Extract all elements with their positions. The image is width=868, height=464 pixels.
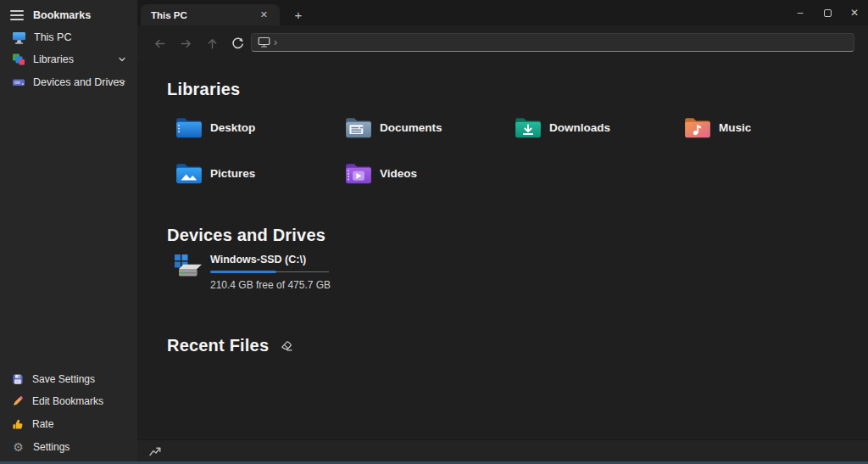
libraries-section-title: Libraries <box>167 80 240 99</box>
maximize-button[interactable] <box>814 0 841 25</box>
libraries-icon <box>12 53 25 66</box>
library-item-music[interactable]: Music <box>683 110 841 144</box>
chevron-down-icon <box>118 78 126 87</box>
tab-this-pc[interactable]: This PC ✕ <box>141 4 280 25</box>
sidebar-item-label: This PC <box>34 31 71 43</box>
eraser-icon <box>280 339 293 352</box>
drive-icon <box>12 75 25 89</box>
sidebar-item-libraries[interactable]: Libraries <box>0 48 137 70</box>
floppy-disk-icon <box>12 373 24 385</box>
library-item-label: Documents <box>380 121 442 134</box>
sidebar-item-this-pc[interactable]: This PC <box>0 26 137 48</box>
system-drive-icon <box>172 252 204 280</box>
drive-usage-bar <box>210 271 329 273</box>
tab-close-icon[interactable]: ✕ <box>257 8 271 21</box>
sidebar-item-label: Settings <box>33 441 70 453</box>
videos-folder-icon <box>344 161 373 185</box>
sidebar-item-label: Libraries <box>33 53 74 65</box>
desktop-folder-icon <box>175 115 203 139</box>
refresh-icon <box>231 36 245 51</box>
library-item-label: Pictures <box>210 167 255 180</box>
sidebar-item-edit-bookmarks[interactable]: Edit Bookmarks <box>0 390 137 412</box>
address-bar[interactable]: › <box>251 33 854 52</box>
sidebar-item-rate[interactable]: Rate <box>0 413 137 435</box>
maximize-icon <box>824 9 832 17</box>
sidebar-item-devices-and-drives[interactable]: Devices and Drives <box>0 71 137 93</box>
gear-icon: ⚙ <box>12 441 25 453</box>
tab-label: This PC <box>151 10 257 20</box>
drive-usage-fill <box>210 271 276 273</box>
library-item-label: Music <box>719 121 751 134</box>
sidebar-item-save-settings[interactable]: Save Settings <box>0 368 137 390</box>
pictures-folder-icon <box>175 161 203 185</box>
downloads-folder-icon <box>514 115 542 139</box>
library-item-documents[interactable]: Documents <box>344 110 502 144</box>
sidebar: Bookmarks This PC Libraries Devices and … <box>0 0 137 464</box>
sidebar-item-settings[interactable]: ⚙ Settings <box>0 436 137 458</box>
drive-info: Windows-SSD (C:\) 210.4 GB free of 475.7… <box>210 252 331 291</box>
music-folder-icon <box>683 115 712 139</box>
breadcrumb-chevron: › <box>274 37 277 48</box>
hamburger-menu-icon[interactable] <box>10 10 24 20</box>
sidebar-item-label: Save Settings <box>32 373 95 385</box>
library-item-pictures[interactable]: Pictures <box>175 156 332 190</box>
sidebar-item-label: Edit Bookmarks <box>32 395 103 407</box>
up-button[interactable] <box>201 32 223 54</box>
sidebar-title: Bookmarks <box>33 9 91 21</box>
trending-up-icon <box>148 445 162 457</box>
library-item-label: Desktop <box>210 121 255 134</box>
new-tab-button[interactable]: + <box>288 5 309 24</box>
this-pc-breadcrumb-icon <box>258 36 270 48</box>
library-item-label: Downloads <box>549 121 610 134</box>
library-item-desktop[interactable]: Desktop <box>175 110 332 144</box>
minimize-button[interactable]: – <box>787 0 814 25</box>
status-bar <box>137 439 868 461</box>
status-trend-button[interactable] <box>146 444 164 459</box>
library-item-videos[interactable]: Videos <box>344 156 502 190</box>
pencil-icon <box>12 395 24 407</box>
chevron-down-icon <box>118 55 126 64</box>
sidebar-item-label: Rate <box>32 418 53 430</box>
library-item-label: Videos <box>380 167 417 180</box>
arrow-right-icon <box>179 36 193 51</box>
recent-section-title: Recent Files <box>167 336 269 355</box>
tab-bar: This PC ✕ + – ✕ <box>137 0 868 25</box>
monitor-icon <box>12 31 26 44</box>
devices-section-title: Devices and Drives <box>167 226 326 245</box>
drive-capacity-text: 210.4 GB free of 475.7 GB <box>210 279 331 291</box>
arrow-up-icon <box>205 36 220 51</box>
drive-name: Windows-SSD (C:\) <box>210 254 331 266</box>
forward-button[interactable] <box>175 32 197 54</box>
back-button[interactable] <box>148 32 170 54</box>
sidebar-item-label: Devices and Drives <box>33 76 125 88</box>
close-button[interactable]: ✕ <box>841 0 868 25</box>
documents-folder-icon <box>344 115 373 139</box>
recent-files-header: Recent Files <box>167 336 295 355</box>
sidebar-header: Bookmarks <box>0 5 137 25</box>
drive-item-windows-ssd[interactable]: Windows-SSD (C:\) 210.4 GB free of 475.7… <box>172 252 342 291</box>
library-item-downloads[interactable]: Downloads <box>514 110 671 144</box>
window-controls: – ✕ <box>787 0 868 25</box>
thumbs-up-icon <box>12 418 24 430</box>
arrow-left-icon <box>153 36 167 51</box>
clear-recent-files-button[interactable] <box>278 338 295 354</box>
refresh-button[interactable] <box>226 32 248 54</box>
